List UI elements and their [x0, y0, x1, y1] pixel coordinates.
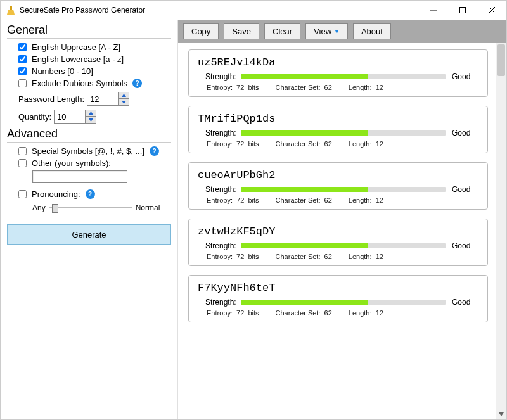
strength-label: Strength:	[198, 129, 234, 137]
slider-any-label: Any	[32, 203, 46, 212]
entropy-stat: Entropy: 72 bits	[207, 196, 259, 204]
pronounce-checkbox[interactable]	[18, 190, 27, 198]
pronounce-label: Pronouncing:	[32, 189, 80, 199]
strength-rating: Good	[452, 241, 478, 250]
other-label: Other (your symbols):	[32, 158, 111, 168]
strength-bar	[241, 187, 446, 192]
quantity-label: Quantity:	[18, 112, 51, 122]
sidebar: General English Upprcase [A - Z] English…	[1, 20, 178, 419]
quantity-input[interactable]	[55, 110, 85, 123]
password-card: uz5REJvl4kDaStrength:GoodEntropy: 72 bit…	[188, 49, 488, 97]
close-button[interactable]	[477, 1, 506, 20]
help-icon[interactable]: ?	[132, 79, 142, 88]
length-up-icon[interactable]	[119, 92, 129, 99]
lowercase-label: English Lowercase [a - z]	[32, 54, 124, 64]
entropy-stat: Entropy: 72 bits	[207, 84, 259, 91]
password-card: F7KyyNFh6teTStrength:GoodEntropy: 72 bit…	[188, 275, 488, 322]
strength-label: Strength:	[198, 298, 234, 307]
lowercase-checkbox[interactable]	[18, 55, 27, 63]
charset-stat: Character Set: 62	[276, 196, 332, 204]
charset-stat: Character Set: 62	[276, 140, 332, 148]
strength-rating: Good	[452, 185, 478, 194]
password-text[interactable]: F7KyyNFh6teT	[198, 282, 478, 294]
length-stat: Length: 12	[349, 309, 383, 317]
uppercase-checkbox[interactable]	[18, 43, 27, 51]
entropy-stat: Entropy: 72 bits	[207, 309, 259, 317]
numbers-checkbox[interactable]	[18, 67, 27, 75]
results-list: uz5REJvl4kDaStrength:GoodEntropy: 72 bit…	[178, 43, 496, 419]
special-checkbox[interactable]	[18, 147, 27, 155]
length-label: Password Length:	[18, 94, 84, 104]
length-stat: Length: 12	[349, 253, 383, 260]
minimize-button[interactable]	[419, 1, 448, 20]
special-label: Special Symbols [@, !, #, $, ...]	[32, 146, 144, 156]
password-card: zvtwHzKF5qDYStrength:GoodEntropy: 72 bit…	[188, 219, 488, 266]
quantity-stepper[interactable]	[54, 110, 96, 124]
password-card: cueoArUPbGh2Strength:GoodEntropy: 72 bit…	[188, 162, 488, 210]
length-stat: Length: 12	[349, 196, 383, 204]
maximize-button[interactable]	[448, 1, 477, 20]
copy-button[interactable]: Copy	[183, 23, 219, 39]
view-label: View	[314, 27, 331, 36]
length-stat: Length: 12	[349, 140, 383, 148]
scrollbar[interactable]	[496, 43, 506, 419]
strength-label: Strength:	[198, 185, 234, 194]
help-icon[interactable]: ?	[150, 146, 159, 156]
charset-stat: Character Set: 62	[276, 84, 332, 91]
strength-bar	[241, 74, 446, 79]
main-panel: Copy Save Clear View ▼ About uz5REJvl4kD…	[178, 20, 506, 419]
strength-bar	[241, 243, 446, 248]
strength-bar	[241, 300, 446, 305]
strength-rating: Good	[452, 72, 478, 81]
toolbar: Copy Save Clear View ▼ About	[178, 20, 506, 43]
general-heading: General	[7, 23, 171, 39]
strength-rating: Good	[452, 129, 478, 137]
slider-normal-label: Normal	[136, 203, 160, 212]
advanced-heading: Advanced	[7, 127, 171, 143]
password-text[interactable]: zvtwHzKF5qDY	[198, 226, 478, 238]
quantity-down-icon[interactable]	[86, 117, 96, 123]
window-title: SecureSafe Pro Password Generator	[20, 6, 419, 15]
length-down-icon[interactable]	[119, 99, 129, 105]
entropy-stat: Entropy: 72 bits	[207, 253, 259, 260]
about-button[interactable]: About	[353, 23, 391, 39]
charset-stat: Character Set: 62	[276, 309, 332, 317]
other-input[interactable]	[32, 170, 127, 183]
help-icon[interactable]: ?	[86, 189, 95, 199]
slider-thumb[interactable]	[52, 204, 58, 213]
svg-rect-0	[10, 6, 12, 10]
app-icon	[6, 5, 16, 15]
titlebar: SecureSafe Pro Password Generator	[1, 1, 506, 20]
strength-bar	[241, 130, 446, 136]
length-stepper[interactable]	[87, 92, 129, 106]
length-stat: Length: 12	[349, 84, 383, 91]
pronounce-slider[interactable]	[49, 201, 132, 214]
view-button[interactable]: View ▼	[305, 23, 348, 39]
password-text[interactable]: uz5REJvl4kDa	[198, 56, 478, 68]
scrollbar-thumb[interactable]	[497, 44, 505, 76]
password-text[interactable]: TMrifiPQp1ds	[198, 113, 478, 125]
save-button[interactable]: Save	[224, 23, 259, 39]
generate-button[interactable]: Generate	[7, 224, 171, 245]
uppercase-label: English Upprcase [A - Z]	[32, 42, 120, 52]
strength-rating: Good	[452, 298, 478, 307]
entropy-stat: Entropy: 72 bits	[207, 140, 259, 148]
clear-button[interactable]: Clear	[264, 23, 300, 39]
chevron-down-icon: ▼	[334, 29, 340, 35]
exclude-checkbox[interactable]	[18, 79, 27, 87]
charset-stat: Character Set: 62	[276, 253, 332, 260]
password-card: TMrifiPQp1dsStrength:GoodEntropy: 72 bit…	[188, 106, 488, 153]
strength-label: Strength:	[198, 241, 234, 250]
numbers-label: Numbers [0 - 10]	[32, 67, 93, 76]
exclude-label: Exclude Dubious Symbols	[32, 79, 127, 88]
strength-label: Strength:	[198, 72, 234, 81]
svg-rect-2	[460, 8, 466, 13]
length-input[interactable]	[87, 92, 118, 105]
scroll-down-icon[interactable]	[496, 409, 506, 419]
quantity-up-icon[interactable]	[86, 110, 96, 117]
password-text[interactable]: cueoArUPbGh2	[198, 169, 478, 181]
other-checkbox[interactable]	[18, 159, 27, 167]
